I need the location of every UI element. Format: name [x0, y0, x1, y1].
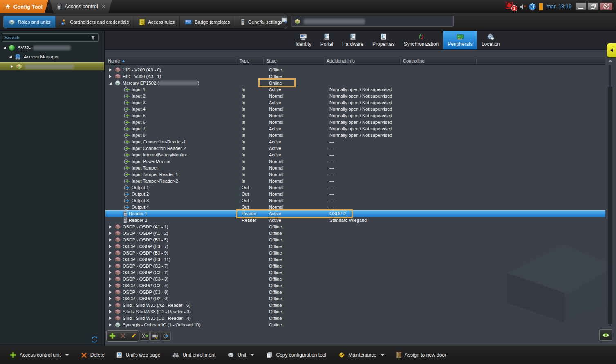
table-row[interactable]: Input InternalBatteryMonitorInActive--- — [105, 152, 605, 158]
table-row[interactable]: Input TamperInNormal--- — [105, 165, 605, 171]
table-row[interactable]: HID - V200 (A3 - 0)Offline — [105, 67, 605, 73]
table-row[interactable]: Reader 2ReaderActiveStandard Wiegand — [105, 217, 605, 223]
column-header-controlling[interactable]: Controlling — [401, 58, 477, 64]
speaker-muted-icon[interactable] — [520, 4, 526, 10]
tree-item-sv32-[interactable]: SV32- — [0, 44, 104, 51]
close-tab-icon[interactable]: ✕ — [102, 4, 105, 9]
table-row[interactable]: STid - STid-W33 (A2 - Reader - 5)Offline — [105, 302, 605, 308]
collapsed-icon[interactable] — [109, 290, 112, 294]
taskbar-tab-roles-and-units[interactable]: Roles and units — [4, 16, 56, 28]
table-row[interactable]: OSDP - OSDP (C3 - 8)Offline — [105, 289, 605, 295]
table-row[interactable]: OSDP - OSDP (C3 - 4)Offline — [105, 282, 605, 289]
collapsed-icon[interactable] — [109, 271, 112, 274]
scroll-up-icon[interactable] — [608, 60, 612, 62]
back-arrow-icon[interactable]: ‹ — [260, 16, 262, 25]
assign-to-new-door-button[interactable]: Assign to new door — [396, 352, 446, 358]
network-globe-icon[interactable] — [529, 3, 536, 11]
tab-properties[interactable]: Properties — [368, 31, 399, 49]
table-row[interactable]: OSDP - OSDP (B3 - 7)Offline — [105, 243, 605, 250]
expand-panel-tab[interactable] — [607, 43, 616, 57]
collapsed-icon[interactable] — [109, 258, 112, 261]
taskbar-tab-access-rules[interactable]: Access rules — [134, 16, 180, 28]
view-button[interactable] — [599, 329, 612, 341]
filter-funnel-icon[interactable] — [90, 35, 96, 40]
copy-configuration-tool-button[interactable]: Copy configuration tool — [266, 352, 326, 358]
table-row[interactable]: OSDP - OSDP (A1 - 1)Offline — [105, 223, 605, 230]
table-row[interactable]: Output 1OutNormal--- — [105, 184, 605, 191]
collapsed-icon[interactable] — [109, 304, 112, 307]
collapsed-icon[interactable] — [109, 323, 112, 326]
unit-button[interactable]: Unit — [228, 352, 254, 358]
collapsed-icon[interactable] — [109, 277, 112, 281]
taskbar-tab-badge-templates[interactable]: Badge templates — [180, 16, 235, 28]
table-row[interactable]: Input 4InNormalNormally open / Not super… — [105, 106, 605, 112]
history-icon[interactable] — [281, 17, 288, 24]
collapsed-icon[interactable] — [109, 284, 112, 287]
dropdown-caret-icon[interactable] — [381, 354, 384, 356]
column-header-type[interactable]: Type — [237, 58, 264, 64]
table-row[interactable]: Input Connection-Reader-1InActive--- — [105, 138, 605, 145]
tab-access-control[interactable]: Access control ✕ — [50, 0, 112, 13]
table-row[interactable]: OSDP - OSDP (C3 - 2)Offline — [105, 269, 605, 276]
collapsed-icon[interactable] — [109, 238, 112, 241]
table-row[interactable]: OSDP - OSDP (C2 - 7)Offline — [105, 263, 605, 269]
taskbar-tab-cardholders-and-credentials[interactable]: Cardholders and credentials — [56, 16, 134, 28]
output-trigger-button[interactable] — [161, 331, 171, 341]
table-row[interactable]: Input Connection-Reader-2InActive--- — [105, 145, 605, 152]
table-row[interactable]: Input 8InNormalNormally open / Not super… — [105, 132, 605, 138]
table-row[interactable]: Output 3OutNormal--- — [105, 197, 605, 204]
access-control-unit-button[interactable]: Access control unit — [10, 352, 69, 358]
tab-identity[interactable]: Identity — [291, 31, 316, 49]
add-peripheral-button[interactable] — [109, 333, 116, 339]
tab-peripherals[interactable]: Peripherals — [443, 31, 477, 49]
collapsed-icon[interactable] — [109, 317, 112, 320]
scrollbar-thumb[interactable] — [607, 86, 613, 325]
table-row[interactable]: OSDP - OSDP (C3 - 3)Offline — [105, 276, 605, 282]
edit-peripheral-button[interactable] — [130, 333, 137, 339]
expanded-icon[interactable] — [9, 55, 12, 58]
refresh-icon[interactable] — [91, 336, 98, 343]
table-row[interactable]: Synergis - OnboardIO (1 - Onboard IO)Onl… — [105, 322, 605, 328]
delete-peripheral-button[interactable] — [120, 333, 126, 339]
camera-assign-button[interactable] — [150, 331, 160, 341]
minimize-button[interactable] — [575, 2, 587, 10]
table-row[interactable]: Output 2OutNormal--- — [105, 191, 605, 197]
table-row[interactable]: STid - STid-W33 (D1 - Reader - 4)Offline — [105, 315, 605, 322]
table-row[interactable]: Input 3InActiveNormally open / Not super… — [105, 99, 605, 106]
collapsed-icon[interactable] — [109, 310, 112, 313]
vertical-scrollbar[interactable] — [607, 59, 613, 329]
collapsed-icon[interactable] — [109, 68, 112, 71]
forward-arrow-icon[interactable]: › — [271, 16, 274, 25]
table-row[interactable]: Mercury EP1502 ()Online — [105, 80, 605, 86]
config-tool-button[interactable]: Config Tool — [0, 0, 48, 13]
tab-location[interactable]: Location — [477, 31, 504, 49]
table-row[interactable]: STid - STid-W33 (C1 - Reader - 3)Offline — [105, 308, 605, 315]
jump-to-button[interactable] — [140, 331, 150, 341]
collapsed-icon[interactable] — [109, 75, 112, 78]
table-row[interactable]: OSDP - OSDP (B3 - 11)Offline — [105, 256, 605, 263]
collapsed-icon[interactable] — [109, 232, 112, 235]
column-header-name[interactable]: Name — [105, 58, 237, 64]
table-row[interactable]: Input 7InActiveNormally open / Not super… — [105, 125, 605, 132]
dropdown-caret-icon[interactable] — [65, 354, 69, 356]
expanded-icon[interactable] — [109, 82, 112, 85]
table-row[interactable]: OSDP - OSDP (B3 - 5)Offline — [105, 237, 605, 243]
table-row[interactable]: Reader 1ReaderActiveOSDP 2 — [105, 210, 605, 217]
collapsed-icon[interactable] — [109, 225, 112, 228]
table-row[interactable]: Input 6InNormalNormally open / Not super… — [105, 119, 605, 125]
column-header-state[interactable]: State — [264, 58, 324, 64]
unit-enrollment-button[interactable]: Unit enrollment — [172, 352, 215, 358]
table-row[interactable]: Output 4OutNormal--- — [105, 204, 605, 210]
collapsed-icon[interactable] — [109, 251, 112, 255]
delete-button[interactable]: Delete — [81, 352, 105, 358]
table-row[interactable]: OSDP - OSDP (A1 - 2)Offline — [105, 230, 605, 237]
tree-item-redacted[interactable] — [0, 62, 104, 70]
search-input[interactable] — [2, 35, 90, 40]
table-row[interactable]: Input 2InNormalNormally open / Not super… — [105, 93, 605, 99]
tab-synchronization[interactable]: Synchronization — [399, 31, 443, 49]
address-bar[interactable] — [291, 16, 454, 27]
table-row[interactable]: Input PowerMonitorInNormal--- — [105, 158, 605, 165]
collapsed-icon[interactable] — [109, 264, 112, 268]
table-row[interactable]: Input Tamper-Reader-2InNormal--- — [105, 178, 605, 184]
expanded-icon[interactable] — [3, 46, 6, 49]
